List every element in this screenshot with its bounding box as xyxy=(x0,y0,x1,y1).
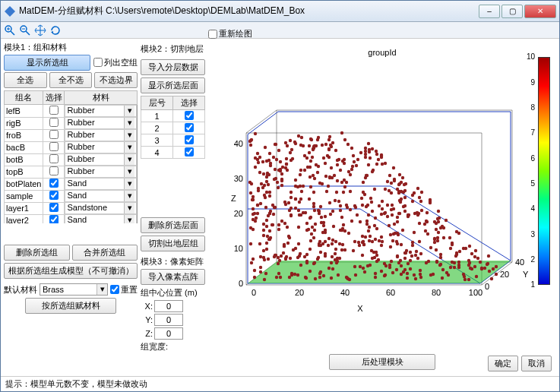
svg-point-193 xyxy=(309,138,312,141)
svg-line-6 xyxy=(26,31,30,35)
col-layer-select: 选择 xyxy=(173,96,205,110)
dropdown-arrow-icon[interactable]: ▾ xyxy=(124,130,134,141)
svg-point-31 xyxy=(272,156,275,159)
svg-point-327 xyxy=(309,185,312,188)
show-selected-layers-button[interactable]: 显示所选层面 xyxy=(141,77,205,93)
delete-selected-groups-button[interactable]: 删除所选组 xyxy=(4,245,70,261)
dropdown-arrow-icon[interactable]: ▾ xyxy=(124,154,134,165)
table-row[interactable]: botBRubber▾ xyxy=(5,153,138,166)
svg-point-26 xyxy=(392,166,395,169)
post-process-button[interactable]: 后处理模块 xyxy=(329,354,435,370)
table-row[interactable]: bacBRubber▾ xyxy=(5,141,138,153)
default-material-dropdown[interactable]: Brass ▾ xyxy=(40,283,108,296)
svg-point-124 xyxy=(265,242,268,245)
center-x-input[interactable] xyxy=(154,300,183,312)
dropdown-arrow-icon[interactable]: ▾ xyxy=(124,118,134,128)
table-row[interactable]: sampleSand▾ xyxy=(5,190,138,202)
dropdown-arrow-icon[interactable]: ▾ xyxy=(124,179,134,189)
zoom-in-icon[interactable] xyxy=(4,24,16,36)
group-table[interactable]: 组名 选择 材料 lefBRubber▾rigBRubber▾froBRubbe… xyxy=(4,90,138,223)
svg-point-339 xyxy=(252,195,255,198)
svg-point-519 xyxy=(433,241,436,244)
svg-point-530 xyxy=(330,261,333,264)
svg-point-33 xyxy=(488,270,491,273)
svg-point-398 xyxy=(402,270,405,273)
delete-selected-layers-button[interactable]: 删除所选层面 xyxy=(141,217,205,233)
table-row[interactable]: layer1Sandstone▾ xyxy=(5,202,138,214)
dropdown-arrow-icon[interactable]: ▾ xyxy=(124,142,134,153)
status-bar: 提示：模型单元数不变，模型未做改动 xyxy=(1,376,559,391)
layer-table[interactable]: 层号 选择 1234 xyxy=(141,96,205,159)
svg-point-103 xyxy=(294,207,297,210)
pan-icon[interactable] xyxy=(34,24,46,36)
list-empty-checkbox[interactable]: 列出空组 xyxy=(93,57,138,68)
svg-point-515 xyxy=(473,265,476,268)
cut-layer-groups-button[interactable]: 切割出地层组 xyxy=(141,236,205,251)
svg-point-641 xyxy=(365,174,368,177)
table-row[interactable]: 1 xyxy=(141,110,205,122)
svg-point-231 xyxy=(266,235,269,238)
svg-point-58 xyxy=(285,163,288,166)
generate-model-button[interactable]: 根据所选组生成模型（不可撤消） xyxy=(4,263,138,279)
svg-point-408 xyxy=(362,240,365,243)
svg-point-503 xyxy=(321,144,324,147)
ok-button[interactable]: 确定 xyxy=(488,356,518,371)
svg-point-66 xyxy=(298,201,301,204)
svg-point-493 xyxy=(420,209,423,212)
redraw-checkbox[interactable]: 重新绘图 xyxy=(208,28,252,40)
merge-selected-groups-button[interactable]: 合并所选组 xyxy=(72,245,138,261)
svg-point-646 xyxy=(339,209,342,212)
apply-material-button[interactable]: 按所选组赋材料 xyxy=(25,298,116,314)
show-selected-groups-button[interactable]: 显示所选组 xyxy=(4,55,90,71)
svg-point-340 xyxy=(342,191,345,194)
table-row[interactable]: layer2Sand▾ xyxy=(5,214,138,223)
center-y-input[interactable] xyxy=(154,314,183,326)
dropdown-arrow-icon[interactable]: ▾ xyxy=(124,215,134,223)
svg-point-22 xyxy=(413,273,416,277)
svg-point-117 xyxy=(469,267,472,270)
dropdown-arrow-icon[interactable]: ▾ xyxy=(124,166,134,177)
dropdown-arrow-icon[interactable]: ▾ xyxy=(124,191,134,201)
minimize-button[interactable]: – xyxy=(479,5,500,18)
zoom-out-icon[interactable] xyxy=(19,24,31,36)
svg-point-592 xyxy=(400,264,403,267)
svg-point-546 xyxy=(269,162,272,165)
table-row[interactable]: 2 xyxy=(141,122,205,134)
select-none-button[interactable]: 全不选 xyxy=(49,72,93,88)
table-row[interactable]: 3 xyxy=(141,134,205,147)
svg-point-407 xyxy=(419,273,422,276)
table-row[interactable]: 4 xyxy=(141,147,205,159)
close-button[interactable]: ✕ xyxy=(524,5,556,18)
table-row[interactable]: botPlatenSand▾ xyxy=(5,178,138,190)
dropdown-arrow-icon[interactable]: ▾ xyxy=(124,106,134,116)
table-row[interactable]: lefBRubber▾ xyxy=(5,105,138,118)
maximize-button[interactable]: ▢ xyxy=(501,5,523,18)
deselect-boundary-button[interactable]: 不选边界 xyxy=(94,72,138,88)
svg-point-616 xyxy=(401,176,404,179)
svg-point-529 xyxy=(350,168,353,171)
svg-point-361 xyxy=(409,267,412,270)
table-row[interactable]: topBRubber▾ xyxy=(5,166,138,178)
svg-point-397 xyxy=(258,156,261,159)
svg-line-2 xyxy=(11,31,14,35)
reset-checkbox[interactable]: 重置 xyxy=(110,284,138,296)
svg-point-242 xyxy=(353,265,356,268)
svg-point-370 xyxy=(362,181,365,184)
import-pixel-matrix-button[interactable]: 导入像素点阵 xyxy=(141,269,205,285)
svg-point-180 xyxy=(473,255,476,258)
svg-point-541 xyxy=(391,239,394,242)
svg-point-504 xyxy=(380,213,383,216)
plot-3d[interactable]: groupId xyxy=(208,42,556,346)
table-row[interactable]: rigBRubber▾ xyxy=(5,117,138,129)
center-z-input[interactable] xyxy=(154,327,183,340)
rotate-icon[interactable] xyxy=(49,24,62,36)
cancel-button[interactable]: 取消 xyxy=(521,356,552,371)
svg-point-571 xyxy=(259,266,262,269)
svg-point-483 xyxy=(436,239,439,242)
svg-point-558 xyxy=(259,202,262,205)
dropdown-arrow-icon[interactable]: ▾ xyxy=(124,203,134,213)
table-row[interactable]: froBRubber▾ xyxy=(5,129,138,141)
import-layer-data-button[interactable]: 导入分层数据 xyxy=(141,59,205,75)
svg-point-542 xyxy=(418,222,421,225)
select-all-button[interactable]: 全选 xyxy=(4,72,47,88)
